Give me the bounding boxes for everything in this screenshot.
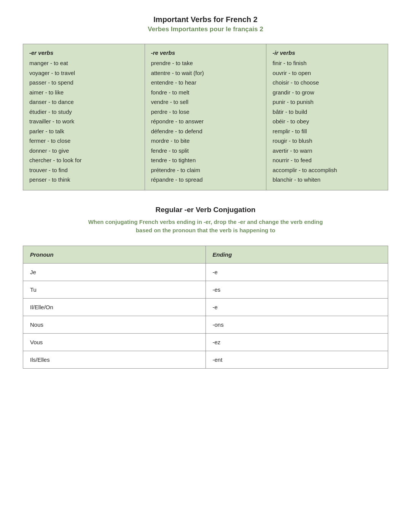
er-verbs-category: -er verbs	[29, 50, 139, 56]
ending-cell: -ez	[206, 333, 388, 351]
page-subtitle: Verbes Importantes pour le français 2	[23, 26, 388, 33]
ir-verbs-list: finir - to finishouvrir - to openchoisir…	[272, 58, 382, 185]
list-item: aimer - to like	[29, 88, 139, 97]
ending-cell: -ent	[206, 351, 388, 368]
list-item: avertir - to warn	[272, 146, 382, 156]
list-item: passer - to spend	[29, 78, 139, 88]
table-row: Nous-ons	[23, 316, 388, 333]
list-item: tendre - to tighten	[151, 155, 260, 165]
list-item: bâtir - to build	[272, 107, 382, 117]
ending-cell: -ons	[206, 316, 388, 333]
list-item: manger - to eat	[29, 58, 139, 68]
table-row: Vous-ez	[23, 333, 388, 351]
list-item: répondre - to answer	[151, 117, 260, 126]
list-item: attentre - to wait (for)	[151, 68, 260, 78]
list-item: défendre - to defend	[151, 126, 260, 136]
ir-verbs-column: -ir verbs finir - to finishouvrir - to o…	[266, 44, 388, 190]
list-item: danser - to dance	[29, 97, 139, 107]
list-item: penser - to think	[29, 175, 139, 185]
list-item: fermer - to close	[29, 136, 139, 146]
list-item: finir - to finish	[272, 58, 382, 68]
verbs-table: -er verbs manger - to eatvoyager - to tr…	[23, 44, 388, 190]
list-item: prendre - to take	[151, 58, 260, 68]
re-verbs-column: -re verbs prendre - to takeattentre - to…	[145, 44, 266, 190]
table-row: Je-e	[23, 263, 388, 281]
table-row: Il/Elle/On-e	[23, 298, 388, 316]
list-item: punir - to punish	[272, 97, 382, 107]
list-item: parler - to talk	[29, 126, 139, 136]
list-item: donner - to give	[29, 146, 139, 156]
list-item: chercher - to look for	[29, 155, 139, 165]
pronoun-cell: Il/Elle/On	[23, 298, 206, 316]
er-verbs-column: -er verbs manger - to eatvoyager - to tr…	[23, 44, 145, 190]
ending-header: Ending	[206, 246, 388, 263]
pronoun-header: Pronoun	[23, 246, 206, 263]
ending-cell: -e	[206, 263, 388, 281]
conjugation-tbody: Je-eTu-esIl/Elle/On-eNous-onsVous-ezIls/…	[23, 263, 388, 368]
re-verbs-list: prendre - to takeattentre - to wait (for…	[151, 58, 260, 185]
list-item: vendre - to sell	[151, 97, 260, 107]
list-item: remplir - to fill	[272, 126, 382, 136]
list-item: accomplir - to accomplish	[272, 165, 382, 175]
list-item: ouvrir - to open	[272, 68, 382, 78]
list-item: entendre - to hear	[151, 78, 260, 88]
conjugation-table: Pronoun Ending Je-eTu-esIl/Elle/On-eNous…	[23, 246, 388, 369]
list-item: étudier - to study	[29, 107, 139, 117]
list-item: choisir - to choose	[272, 78, 382, 88]
list-item: blanchir - to whiten	[272, 175, 382, 185]
pronoun-cell: Nous	[23, 316, 206, 333]
list-item: perdre - to lose	[151, 107, 260, 117]
ending-cell: -es	[206, 281, 388, 298]
list-item: rougir - to blush	[272, 136, 382, 146]
table-row: Ils/Elles-ent	[23, 351, 388, 368]
list-item: prétendre - to claim	[151, 165, 260, 175]
list-item: obéir - to obey	[272, 117, 382, 126]
er-verbs-list: manger - to eatvoyager - to travelpasser…	[29, 58, 139, 185]
list-item: travailler - to work	[29, 117, 139, 126]
conjugation-description: When conjugating French verbs ending in …	[23, 218, 388, 235]
ir-verbs-category: -ir verbs	[272, 50, 382, 56]
list-item: fendre - to split	[151, 146, 260, 156]
list-item: nourrir - to feed	[272, 155, 382, 165]
conjugation-title: Regular -er Verb Conjugation	[23, 206, 388, 214]
table-row: Tu-es	[23, 281, 388, 298]
list-item: fondre - to melt	[151, 88, 260, 97]
re-verbs-category: -re verbs	[151, 50, 260, 56]
pronoun-cell: Vous	[23, 333, 206, 351]
list-item: trouver - to find	[29, 165, 139, 175]
page-title: Important Verbs for French 2	[23, 15, 388, 24]
list-item: répandre - to spread	[151, 175, 260, 185]
pronoun-cell: Je	[23, 263, 206, 281]
list-item: grandir - to grow	[272, 88, 382, 97]
list-item: mordre - to bite	[151, 136, 260, 146]
pronoun-cell: Tu	[23, 281, 206, 298]
ending-cell: -e	[206, 298, 388, 316]
list-item: voyager - to travel	[29, 68, 139, 78]
pronoun-cell: Ils/Elles	[23, 351, 206, 368]
